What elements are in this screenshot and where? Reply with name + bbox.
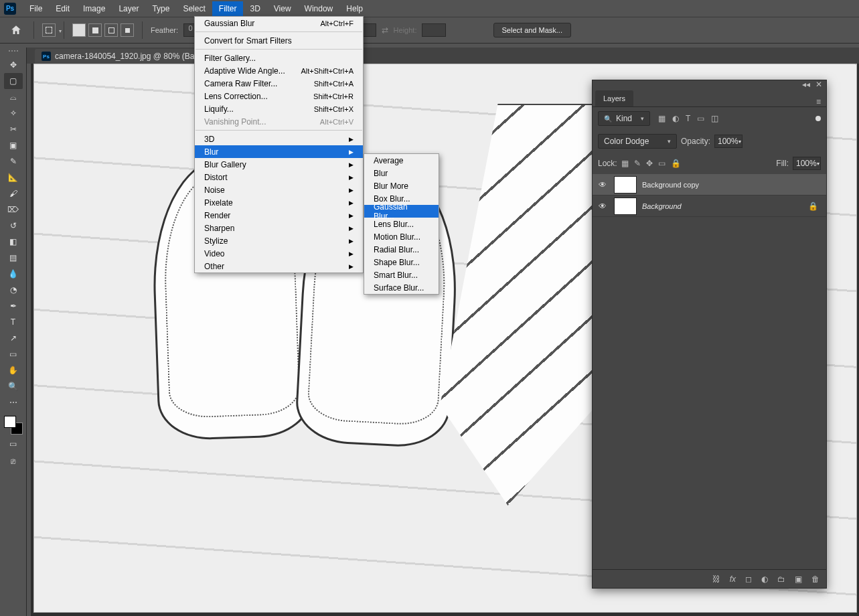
- delete-layer-icon[interactable]: 🗑: [811, 574, 819, 584]
- menu-item-sharpen[interactable]: Sharpen▶: [195, 222, 363, 234]
- layer-mask-icon[interactable]: ◻: [745, 574, 752, 584]
- layer-row[interactable]: 👁Background🔒: [593, 196, 826, 217]
- document-tab[interactable]: Ps camera-1840054_1920.jpg @ 80% (Backgr: [35, 49, 216, 64]
- menu-view[interactable]: View: [267, 1, 298, 16]
- menu-item-liquify-[interactable]: Liquify...Shift+Ctrl+X: [195, 102, 363, 115]
- screenmode-button[interactable]: ⎚: [4, 453, 23, 469]
- menu-filter[interactable]: Filter: [212, 1, 244, 16]
- select-and-mask-button[interactable]: Select and Mask...: [493, 23, 572, 37]
- tool-eraser[interactable]: ◧: [4, 234, 23, 250]
- menu-item-video[interactable]: Video▶: [195, 247, 363, 260]
- lock-artboard-icon[interactable]: ▭: [658, 159, 666, 168]
- tool-brush[interactable]: 🖌: [4, 185, 23, 202]
- panel-menu-icon[interactable]: ≡: [816, 97, 821, 106]
- menu-item-smart-blur-[interactable]: Smart Blur...: [364, 268, 439, 281]
- link-layers-icon[interactable]: ⛓: [712, 574, 720, 584]
- layer-thumbnail[interactable]: [614, 198, 637, 215]
- lock-transparent-icon[interactable]: ▦: [621, 159, 629, 168]
- lock-position-icon[interactable]: ✥: [646, 159, 653, 168]
- adjustment-layer-icon[interactable]: ◐: [761, 574, 768, 584]
- tool-more[interactable]: ⋯: [4, 394, 23, 410]
- tool-eyedropper[interactable]: ✎: [4, 153, 23, 169]
- tool-shape[interactable]: ▭: [4, 346, 23, 362]
- layer-name[interactable]: Background: [642, 202, 682, 210]
- lock-all-icon[interactable]: 🔒: [671, 159, 681, 168]
- tool-history[interactable]: ↺: [4, 218, 23, 234]
- blendmode-dropdown[interactable]: Color Dodge▾: [598, 134, 677, 149]
- menu-item-gaussian-blur-[interactable]: Gaussian Blur...: [364, 205, 439, 218]
- menu-item-lens-blur-[interactable]: Lens Blur...: [364, 218, 439, 230]
- menu-item-blur[interactable]: Blur: [364, 167, 439, 179]
- menu-item-blur-gallery[interactable]: Blur Gallery▶: [195, 158, 363, 171]
- tool-ruler[interactable]: 📐: [4, 169, 23, 185]
- filter-toggle-icon[interactable]: [815, 116, 821, 121]
- tool-zoom[interactable]: 🔍: [4, 378, 23, 394]
- close-panel-icon[interactable]: ✕: [815, 80, 822, 89]
- tool-type[interactable]: T: [4, 314, 23, 330]
- tool-path[interactable]: ↗: [4, 330, 23, 346]
- menu-item-convert-for-smart-filters[interactable]: Convert for Smart Filters: [195, 34, 363, 47]
- menu-item-radial-blur-[interactable]: Radial Blur...: [364, 243, 439, 256]
- layer-name[interactable]: Background copy: [642, 181, 699, 189]
- menu-item-3d[interactable]: 3D▶: [195, 133, 363, 145]
- new-layer-icon[interactable]: ▣: [795, 574, 802, 584]
- tool-gradient[interactable]: ▤: [4, 250, 23, 266]
- group-icon[interactable]: 🗀: [777, 574, 785, 584]
- tool-stamp[interactable]: ⌦: [4, 202, 23, 218]
- menu-item-stylize[interactable]: Stylize▶: [195, 234, 363, 247]
- menu-item-adaptive-wide-angle-[interactable]: Adaptive Wide Angle...Alt+Shift+Ctrl+A: [195, 64, 363, 77]
- boolean-ops[interactable]: [72, 23, 134, 37]
- smart-filter-icon[interactable]: ◫: [711, 114, 718, 123]
- menu-file[interactable]: File: [23, 1, 49, 16]
- menu-item-noise[interactable]: Noise▶: [195, 183, 363, 196]
- home-button[interactable]: [7, 21, 25, 40]
- visibility-icon[interactable]: 👁: [597, 202, 609, 211]
- tool-pen[interactable]: ✒: [4, 298, 23, 314]
- quickmask-button[interactable]: ▭: [4, 436, 23, 452]
- adjustment-filter-icon[interactable]: ◐: [672, 114, 679, 123]
- layer-style-icon[interactable]: fx: [730, 574, 736, 584]
- lock-image-icon[interactable]: ✎: [634, 159, 641, 168]
- tool-move[interactable]: ✥: [4, 57, 23, 73]
- layer-thumbnail[interactable]: [614, 176, 637, 194]
- shape-filter-icon[interactable]: ▭: [697, 114, 704, 123]
- menu-item-blur-more[interactable]: Blur More: [364, 179, 439, 192]
- menu-image[interactable]: Image: [76, 1, 112, 16]
- menu-help[interactable]: Help: [339, 1, 370, 16]
- visibility-icon[interactable]: 👁: [597, 180, 609, 189]
- menu-item-distort[interactable]: Distort▶: [195, 171, 363, 183]
- swap-icon[interactable]: ⇄: [382, 25, 388, 35]
- menu-layer[interactable]: Layer: [112, 1, 145, 16]
- tool-frame[interactable]: ▣: [4, 137, 23, 153]
- menu-type[interactable]: Type: [145, 1, 176, 16]
- tool-wand[interactable]: ✧: [4, 105, 23, 121]
- tool-hand[interactable]: ✋: [4, 362, 23, 378]
- pixel-filter-icon[interactable]: ▦: [658, 114, 666, 123]
- tool-lasso[interactable]: ⌓: [4, 89, 23, 105]
- tool-blur[interactable]: 💧: [4, 266, 23, 282]
- filter-icons[interactable]: ▦ ◐ T ▭ ◫: [658, 114, 718, 123]
- menu-item-surface-blur-[interactable]: Surface Blur...: [364, 281, 439, 294]
- menu-item-lens-correction-[interactable]: Lens Correction...Shift+Ctrl+R: [195, 90, 363, 102]
- collapse-icon[interactable]: ◂◂: [802, 80, 810, 89]
- menu-edit[interactable]: Edit: [49, 1, 76, 16]
- type-filter-icon[interactable]: T: [686, 114, 690, 123]
- opacity-input[interactable]: 100%▾: [714, 135, 743, 148]
- menu-item-filter-gallery-[interactable]: Filter Gallery...: [195, 52, 363, 64]
- menu-item-render[interactable]: Render▶: [195, 209, 363, 222]
- kind-dropdown[interactable]: 🔍Kind▾: [598, 111, 650, 126]
- fill-input[interactable]: 100%▾: [793, 157, 821, 170]
- layer-row[interactable]: 👁Background copy: [593, 174, 826, 196]
- menu-item-motion-blur-[interactable]: Motion Blur...: [364, 230, 439, 243]
- marquee-tool-preset[interactable]: ▾: [42, 23, 56, 37]
- menu-item-other[interactable]: Other▶: [195, 260, 363, 273]
- menu-item-pixelate[interactable]: Pixelate▶: [195, 196, 363, 209]
- menu-select[interactable]: Select: [176, 1, 212, 16]
- tool-dodge[interactable]: ◔: [4, 282, 23, 298]
- menu-item-camera-raw-filter-[interactable]: Camera Raw Filter...Shift+Ctrl+A: [195, 77, 363, 90]
- menu-item-shape-blur-[interactable]: Shape Blur...: [364, 256, 439, 268]
- menu-item-gaussian-blur[interactable]: Gaussian BlurAlt+Ctrl+F: [195, 17, 363, 29]
- menu-item-average[interactable]: Average: [364, 154, 439, 167]
- menu-window[interactable]: Window: [298, 1, 340, 16]
- menu-item-blur[interactable]: Blur▶: [195, 145, 363, 158]
